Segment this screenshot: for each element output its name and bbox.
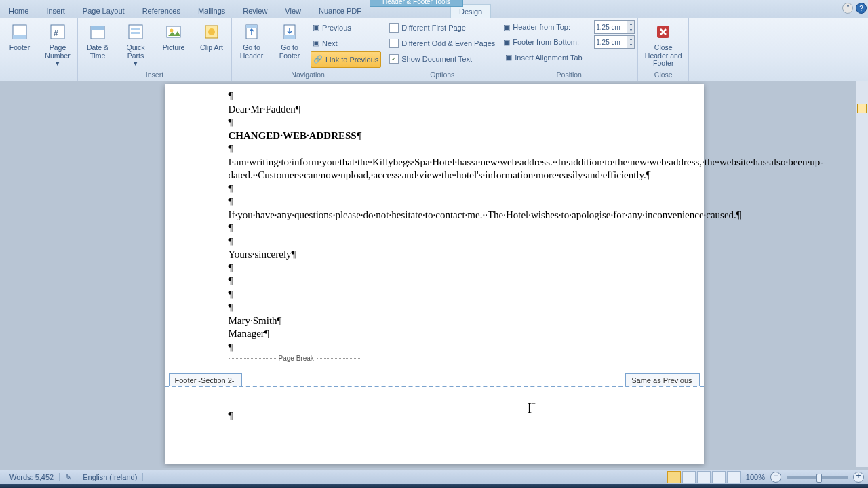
clip-art-icon bbox=[201, 21, 222, 43]
svg-rect-8 bbox=[131, 32, 140, 34]
body-text: ¶ bbox=[229, 341, 640, 354]
web-layout-view-button[interactable] bbox=[697, 471, 711, 483]
goto-header-icon bbox=[241, 21, 262, 43]
svg-point-10 bbox=[170, 29, 174, 33]
windows-taskbar[interactable] bbox=[0, 484, 868, 488]
tab-page-layout[interactable]: Page Layout bbox=[74, 3, 134, 18]
body-text: ¶ bbox=[229, 235, 640, 249]
group-header-footer: Footer # Page Number▾ Header & Footer bbox=[0, 18, 78, 81]
next-button[interactable]: ▣Next bbox=[311, 35, 381, 51]
body-text: ¶ bbox=[229, 142, 640, 156]
group-label: Options bbox=[430, 70, 454, 79]
group-label: Insert bbox=[146, 70, 163, 79]
previous-button[interactable]: ▣Previous bbox=[311, 20, 381, 35]
svg-rect-7 bbox=[131, 28, 140, 30]
footer-button[interactable]: Footer bbox=[3, 20, 37, 54]
footer-bottom-label: Footer from Bottom: bbox=[513, 38, 591, 46]
document-workspace: ¶ Dear·Mr·Fadden¶ ¶ CHANGED·WEB·ADDRESS¶… bbox=[0, 81, 868, 468]
body-text: Manager¶ bbox=[229, 327, 640, 341]
vertical-scrollbar[interactable] bbox=[856, 81, 868, 467]
quick-parts-button[interactable]: Quick Parts▾ bbox=[119, 20, 153, 69]
arrow-up-icon: ▣ bbox=[313, 23, 319, 32]
body-heading: CHANGED·WEB·ADDRESS¶ bbox=[229, 129, 640, 143]
ribbon-tabbar: Home Insert Page Layout References Maili… bbox=[0, 0, 868, 18]
language-status[interactable]: English (Ireland) bbox=[77, 473, 143, 481]
link-to-previous-button[interactable]: 🔗Link to Previous bbox=[311, 51, 381, 68]
group-label: Navigation bbox=[291, 70, 325, 79]
body-text: ¶ bbox=[229, 222, 640, 235]
goto-header-button[interactable]: Go to Header bbox=[235, 20, 269, 61]
tab-home[interactable]: Home bbox=[0, 3, 37, 18]
body-text: ¶ bbox=[229, 262, 640, 275]
body-text: Mary·Smith¶ bbox=[229, 314, 640, 328]
full-screen-view-button[interactable] bbox=[682, 471, 696, 483]
svg-rect-1 bbox=[13, 35, 26, 39]
zoom-in-button[interactable]: + bbox=[853, 472, 864, 483]
arrow-down-icon: ▣ bbox=[313, 39, 319, 47]
header-top-spinner[interactable]: 1.25 cm▴▾ bbox=[594, 20, 635, 34]
checkbox-icon bbox=[389, 23, 399, 33]
group-options: Different First Page Different Odd & Eve… bbox=[384, 18, 500, 81]
date-time-button[interactable]: Date & Time bbox=[81, 20, 115, 61]
group-insert: Date & Time Quick Parts▾ Picture Clip Ar… bbox=[78, 18, 232, 81]
group-close: Close Header and Footer Close bbox=[638, 18, 689, 81]
tab-review[interactable]: Review bbox=[234, 3, 276, 18]
contextual-tab-group: Header & Footer Tools bbox=[370, 0, 463, 7]
split-box-icon[interactable] bbox=[857, 104, 867, 113]
zoom-level[interactable]: 100% bbox=[746, 473, 765, 481]
tab-nuance-pdf[interactable]: Nuance PDF bbox=[310, 3, 370, 18]
footer-bottom-icon: ▣ bbox=[503, 38, 510, 47]
header-top-label: Header from Top: bbox=[513, 23, 591, 31]
page-number-button[interactable]: # Page Number▾ bbox=[41, 20, 75, 69]
page-number-icon: # bbox=[47, 21, 68, 43]
footer-text[interactable]: ¶ bbox=[229, 409, 233, 423]
date-time-icon bbox=[87, 21, 108, 43]
footer-bottom-spinner[interactable]: 1.25 cm▴▾ bbox=[594, 35, 635, 49]
window-controls: ˅ ? bbox=[842, 3, 867, 14]
different-odd-even-checkbox[interactable]: Different Odd & Even Pages bbox=[387, 35, 497, 51]
tab-view[interactable]: View bbox=[276, 3, 310, 18]
same-as-previous-label: Same as Previous bbox=[625, 373, 699, 386]
page-break-indicator: Page Break bbox=[229, 354, 640, 363]
group-label: Close bbox=[654, 70, 673, 79]
clip-art-button[interactable]: Clip Art bbox=[195, 20, 229, 54]
print-layout-view-button[interactable] bbox=[667, 471, 681, 483]
help-icon[interactable]: ? bbox=[856, 3, 867, 14]
zoom-slider[interactable] bbox=[787, 476, 848, 479]
word-count[interactable]: Words: 5,452 bbox=[4, 473, 60, 481]
close-header-footer-button[interactable]: Close Header and Footer bbox=[641, 20, 686, 69]
insert-alignment-tab-button[interactable]: ▣Insert Alignment Tab bbox=[503, 49, 635, 65]
zoom-out-button[interactable]: − bbox=[770, 472, 781, 483]
footer-region-boundary: Footer -Section 2- Same as Previous bbox=[165, 386, 704, 387]
svg-rect-14 bbox=[246, 25, 257, 28]
text-cursor-icon: I≡ bbox=[528, 399, 536, 417]
goto-footer-button[interactable]: Go to Footer bbox=[273, 20, 307, 61]
show-document-text-checkbox[interactable]: ✓Show Document Text bbox=[387, 51, 497, 66]
body-text: ¶ bbox=[229, 182, 640, 196]
ribbon: Footer # Page Number▾ Header & Footer Da… bbox=[0, 18, 868, 81]
svg-rect-16 bbox=[284, 35, 295, 39]
group-label: Position bbox=[557, 70, 582, 79]
minimize-ribbon-icon[interactable]: ˅ bbox=[842, 3, 853, 14]
tab-references[interactable]: References bbox=[134, 3, 189, 18]
picture-icon bbox=[163, 21, 184, 43]
body-text: Yours·sincerely¶ bbox=[229, 248, 640, 262]
group-position: ▣ Header from Top: 1.25 cm▴▾ ▣ Footer fr… bbox=[500, 18, 638, 81]
picture-button[interactable]: Picture bbox=[157, 20, 191, 54]
proofing-icon[interactable]: ✎ bbox=[60, 473, 77, 482]
body-text: ¶ bbox=[229, 89, 640, 103]
document-page[interactable]: ¶ Dear·Mr·Fadden¶ ¶ CHANGED·WEB·ADDRESS¶… bbox=[165, 84, 704, 464]
draft-view-button[interactable] bbox=[727, 471, 741, 483]
body-text: I·am·writing·to·inform·you·that·the·Kill… bbox=[229, 156, 640, 182]
tab-insert[interactable]: Insert bbox=[37, 3, 74, 18]
link-icon: 🔗 bbox=[313, 55, 323, 64]
header-top-icon: ▣ bbox=[503, 23, 510, 32]
tab-mailings[interactable]: Mailings bbox=[189, 3, 234, 18]
different-first-page-checkbox[interactable]: Different First Page bbox=[387, 20, 497, 35]
body-text: Dear·Mr·Fadden¶ bbox=[229, 103, 640, 117]
body-text: ¶ bbox=[229, 195, 640, 209]
outline-view-button[interactable] bbox=[712, 471, 726, 483]
svg-rect-5 bbox=[91, 26, 104, 30]
checkbox-icon bbox=[389, 39, 399, 48]
close-icon bbox=[652, 21, 674, 43]
